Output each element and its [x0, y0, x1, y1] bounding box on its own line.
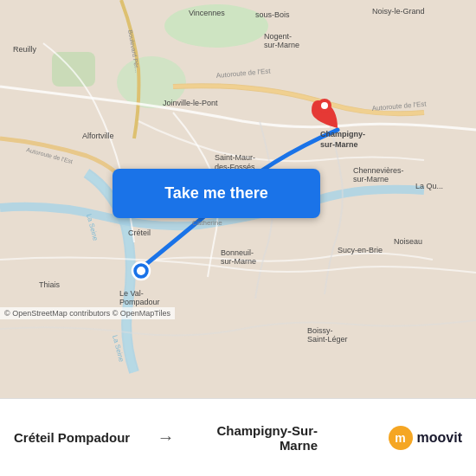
svg-text:Joinville-le-Pont: Joinville-le-Pont [163, 99, 218, 107]
svg-text:Saint-Maur-: Saint-Maur- [215, 153, 255, 162]
svg-text:Bonneuil-: Bonneuil- [221, 248, 254, 257]
svg-rect-3 [52, 52, 95, 87]
arrow-icon: → [158, 428, 175, 447]
svg-text:Vincennes: Vincennes [189, 9, 225, 17]
svg-text:Le Val-: Le Val- [119, 289, 144, 298]
svg-point-8 [137, 267, 145, 275]
svg-text:sur-Marne: sur-Marne [320, 140, 358, 149]
svg-text:Noisy-le-Grand: Noisy-le-Grand [372, 7, 425, 16]
moovit-logo: m moovit [389, 426, 462, 450]
svg-text:Champigny-: Champigny- [320, 130, 365, 138]
svg-text:Reuilly: Reuilly [13, 45, 37, 54]
svg-point-10 [321, 102, 328, 109]
moovit-logo-text: moovit [417, 430, 462, 446]
svg-text:sous-Bois: sous-Bois [255, 10, 290, 19]
svg-text:Alfortville: Alfortville [82, 132, 114, 140]
svg-text:Pompadour: Pompadour [119, 298, 160, 306]
svg-text:Créteil: Créteil [128, 228, 151, 237]
svg-text:Thiais: Thiais [39, 280, 61, 289]
map-attribution: © OpenStreetMap contributors © OpenMapTi… [0, 307, 175, 319]
svg-text:Chennevières-: Chennevières- [353, 166, 404, 175]
moovit-m-icon: m [395, 431, 405, 445]
svg-text:Noiseau: Noiseau [394, 237, 422, 246]
bottom-bar: Créteil Pompadour → Champigny-Sur-Marne … [0, 398, 476, 476]
svg-text:sur-Marne: sur-Marne [221, 257, 256, 266]
map-container: Autoroute de l'Est Autoroute de l'Est Bo… [0, 0, 476, 398]
svg-text:Catherine: Catherine [192, 219, 222, 227]
svg-text:Boissy-: Boissy- [307, 326, 333, 335]
svg-text:Saint-Léger: Saint-Léger [307, 335, 348, 344]
svg-text:sur-Marne: sur-Marne [264, 41, 299, 49]
moovit-logo-circle: m [389, 426, 413, 450]
take-me-there-button[interactable]: Take me there [113, 169, 320, 218]
origin-label: Créteil Pompadour [14, 430, 142, 445]
destination-label: Champigny-Sur-Marne [190, 423, 318, 453]
route-info: Créteil Pompadour → Champigny-Sur-Marne [14, 423, 318, 453]
svg-text:Sucy-en-Brie: Sucy-en-Brie [338, 246, 383, 254]
svg-text:Nogent-: Nogent- [264, 32, 292, 41]
svg-text:La Qu...: La Qu... [415, 182, 443, 190]
svg-text:sur-Marne: sur-Marne [353, 175, 389, 183]
